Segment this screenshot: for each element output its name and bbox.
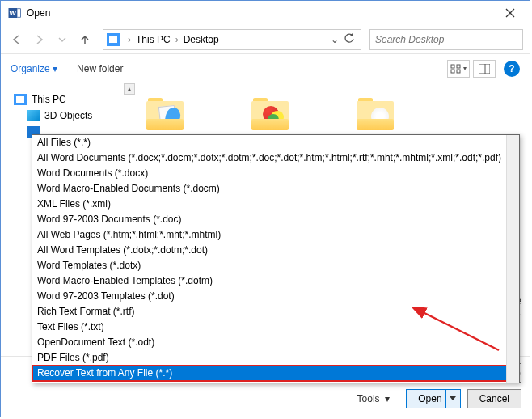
tree-item-3dobjects[interactable]: 3D Objects	[11, 108, 124, 124]
forward-button[interactable]	[30, 30, 49, 49]
filetype-option[interactable]: Word 97-2003 Documents (*.doc)	[32, 212, 519, 227]
filetype-option[interactable]: Word Macro-Enabled Templates (*.dotm)	[32, 273, 519, 289]
file-list	[146, 98, 397, 130]
up-button[interactable]	[75, 30, 95, 49]
filetype-dropdown[interactable]: All Files (*.*)All Word Documents (*.doc…	[32, 134, 520, 383]
chevron-right-icon: ›	[172, 34, 182, 45]
titlebar: W Open	[1, 1, 530, 25]
tree-item-thispc[interactable]: This PC	[11, 91, 124, 108]
nav-tree: This PC 3D Objects	[11, 91, 124, 140]
icons-view-icon	[450, 64, 462, 74]
close-icon	[505, 8, 515, 18]
chevron-down-icon: ▾	[463, 65, 467, 72]
filetype-option[interactable]: Word Macro-Enabled Documents (*.docm)	[32, 181, 519, 197]
nav-bar: › This PC › Desktop ⌄	[1, 25, 530, 54]
toolbar: Organize ▾ New folder ▾ ?	[1, 54, 530, 83]
search-input[interactable]	[369, 29, 523, 50]
filetype-option[interactable]: Text Files (*.txt)	[32, 320, 519, 335]
chevron-down-icon	[58, 36, 66, 44]
refresh-icon	[344, 33, 354, 43]
window-title: Open	[27, 7, 494, 19]
help-button[interactable]: ?	[504, 61, 520, 77]
svg-text:W: W	[10, 9, 17, 17]
preview-pane-button[interactable]	[473, 60, 496, 78]
filetype-option[interactable]: All Web Pages (*.htm;*.html;*.mht;*.mhtm…	[32, 227, 519, 243]
filetype-option[interactable]: All Word Templates (*.dotx;*.dotm;*.dot)	[32, 243, 519, 258]
filetype-option[interactable]: Word Templates (*.dotx)	[32, 258, 519, 273]
address-dropdown-icon[interactable]: ⌄	[328, 34, 341, 45]
recent-button[interactable]	[53, 30, 72, 49]
preview-pane-icon	[479, 64, 490, 74]
word-icon: W	[7, 6, 22, 20]
arrow-right-icon	[34, 34, 45, 45]
pc-icon	[107, 33, 120, 46]
cancel-button[interactable]: Cancel	[467, 389, 521, 408]
view-icons-button[interactable]: ▾	[447, 60, 470, 78]
folder-item[interactable]	[251, 98, 292, 130]
address-bar[interactable]: › This PC › Desktop ⌄	[103, 29, 361, 50]
close-button[interactable]	[494, 2, 526, 23]
open-dialog: W Open › This PC › Desktop ⌄ Organize ▾ …	[0, 0, 530, 417]
3dobjects-icon	[27, 110, 40, 121]
filetype-option[interactable]: OpenDocument Text (*.odt)	[32, 335, 519, 350]
arrow-left-icon	[11, 34, 23, 45]
back-button[interactable]	[7, 30, 27, 49]
pc-icon	[14, 94, 27, 105]
chevron-down-icon: ▾	[53, 63, 57, 74]
chevron-right-icon: ›	[125, 34, 134, 45]
filetype-option[interactable]: All Word Documents (*.docx;*.docm;*.dotx…	[32, 150, 519, 166]
scrollbar[interactable]	[506, 135, 519, 383]
filetype-option[interactable]: WordPerfect 5.x (*.doc)	[32, 381, 519, 383]
refresh-button[interactable]	[341, 33, 357, 45]
svg-rect-3	[451, 65, 454, 68]
new-folder-button[interactable]: New folder	[77, 63, 123, 74]
breadcrumb-thispc[interactable]: This PC	[134, 34, 172, 45]
filetype-option[interactable]: Word Documents (*.docx)	[32, 166, 519, 181]
folder-item[interactable]	[357, 98, 397, 130]
open-button[interactable]: Open	[406, 389, 460, 408]
organize-menu[interactable]: Organize ▾	[11, 63, 57, 74]
filetype-option[interactable]: Rich Text Format (*.rtf)	[32, 304, 519, 320]
content-area: ▲ This PC 3D Objects ile w. All Files (*…	[1, 83, 530, 417]
tree-scroll-up[interactable]: ▲	[124, 83, 135, 95]
filetype-option[interactable]: Recover Text from Any File (*.*)	[32, 366, 519, 381]
chevron-down-icon	[450, 396, 456, 401]
filetype-option[interactable]: All Files (*.*)	[32, 135, 519, 150]
filetype-option[interactable]: Word 97-2003 Templates (*.dot)	[32, 289, 519, 304]
open-split-dropdown[interactable]	[445, 390, 460, 408]
arrow-up-icon	[79, 34, 91, 45]
tools-menu[interactable]: Tools ▾	[357, 393, 391, 404]
svg-rect-6	[457, 70, 460, 73]
svg-rect-5	[451, 70, 454, 73]
svg-rect-7	[479, 64, 490, 74]
folder-item[interactable]	[146, 98, 187, 130]
filetype-option[interactable]: XML Files (*.xml)	[32, 197, 519, 212]
breadcrumb-desktop[interactable]: Desktop	[182, 34, 221, 45]
svg-rect-2	[17, 9, 21, 18]
svg-rect-4	[457, 65, 460, 68]
filetype-option[interactable]: PDF Files (*.pdf)	[32, 350, 519, 366]
